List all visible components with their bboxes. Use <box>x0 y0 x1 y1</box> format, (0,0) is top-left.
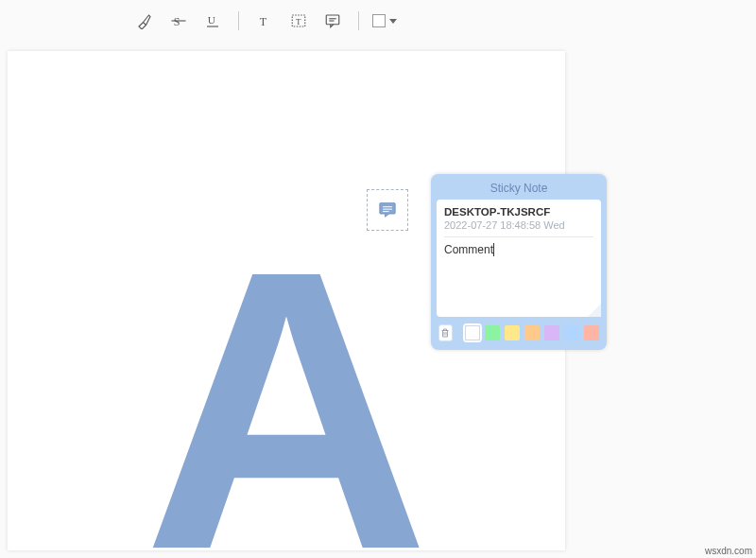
comment-anchor[interactable] <box>367 189 408 231</box>
sticky-note-timestamp: 2022-07-27 18:48:58 Wed <box>444 219 593 237</box>
fill-color-swatch <box>372 14 386 27</box>
sticky-color-swatch[interactable] <box>584 325 599 340</box>
sticky-note-title: Sticky Note <box>437 180 601 200</box>
trash-icon <box>439 327 451 339</box>
delete-note-button[interactable] <box>438 324 453 341</box>
annotation-toolbar: S U T T <box>132 6 397 36</box>
underline-tool-button[interactable]: U <box>200 9 225 33</box>
comment-icon <box>378 201 397 218</box>
toolbar-separator <box>358 11 359 30</box>
sticky-note-popup[interactable]: Sticky Note DESKTOP-TKJSRCF 2022-07-27 1… <box>431 174 607 350</box>
sticky-note-comment-input[interactable]: Comment <box>444 237 593 311</box>
sticky-color-swatch[interactable] <box>544 325 559 340</box>
fill-color-dropdown[interactable] <box>372 14 397 27</box>
typewriter-tool-button[interactable]: T <box>252 9 277 33</box>
watermark: wsxdn.com <box>705 546 752 556</box>
sticky-color-swatch[interactable] <box>465 325 480 340</box>
canvas-content-letter: A <box>143 212 429 550</box>
sticky-color-swatch[interactable] <box>564 325 579 340</box>
chevron-down-icon <box>389 19 397 24</box>
highlight-tool-button[interactable] <box>132 9 157 33</box>
strikethrough-tool-button[interactable]: S <box>166 9 191 33</box>
toolbar-separator <box>238 11 239 30</box>
sticky-color-swatch[interactable] <box>524 325 540 340</box>
svg-rect-10 <box>380 203 395 214</box>
svg-rect-7 <box>326 15 339 25</box>
sticky-note-fold-icon <box>588 304 601 317</box>
svg-text:T: T <box>260 15 267 28</box>
svg-text:U: U <box>208 14 215 26</box>
sticky-note-author: DESKTOP-TKJSRCF <box>444 206 593 218</box>
textbox-tool-button[interactable]: T <box>286 9 311 33</box>
sticky-color-swatch[interactable] <box>505 325 520 340</box>
sticky-color-swatch[interactable] <box>485 325 500 340</box>
sticky-note-body: DESKTOP-TKJSRCF 2022-07-27 18:48:58 Wed … <box>437 200 601 317</box>
comment-tool-button[interactable] <box>320 9 345 33</box>
sticky-note-toolbar <box>437 317 601 344</box>
svg-text:T: T <box>296 17 301 26</box>
